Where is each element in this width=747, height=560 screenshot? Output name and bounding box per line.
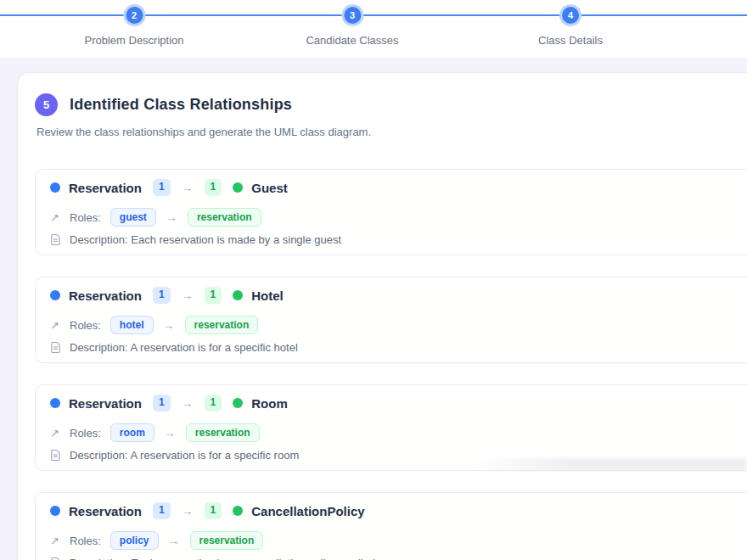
arrow-right-icon: → <box>163 318 175 332</box>
arrow-right-icon: → <box>182 504 194 518</box>
stepper-step-problem-description[interactable]: 2 Problem Description <box>84 7 183 47</box>
source-class-name: Reservation <box>69 504 142 518</box>
document-icon <box>50 341 63 354</box>
arrow-right-icon: → <box>182 288 194 302</box>
page-title: Identified Class Relationships <box>70 96 292 114</box>
roles-label: Roles: <box>70 319 101 332</box>
target-role-badge: reservation <box>185 316 259 334</box>
document-icon <box>50 233 63 246</box>
target-role-badge: reservation <box>188 208 261 227</box>
relationship-description: Description: Each reservation has a canc… <box>70 557 375 560</box>
relationship-title-row: Reservation 1 → 1 Hotel <box>50 285 747 305</box>
target-class-name: CancellationPolicy <box>251 504 364 518</box>
relationship-title-row: Reservation 1 → 1 CancellationPolicy <box>50 501 747 521</box>
source-class-name: Reservation <box>69 396 142 411</box>
source-role-badge: policy <box>110 531 159 550</box>
target-multiplicity-badge: 1 <box>205 179 222 195</box>
source-multiplicity-badge: 1 <box>153 179 171 195</box>
description-row: Description: Each reservation has a canc… <box>50 556 747 560</box>
source-role-badge: room <box>110 423 154 442</box>
step-label: Class Details <box>538 34 603 47</box>
document-icon <box>50 449 63 462</box>
source-multiplicity-badge: 1 <box>153 287 171 303</box>
step-5-badge: 5 <box>35 93 58 116</box>
roles-row: ↗ Roles: guest → reservation <box>50 208 747 227</box>
document-icon <box>50 557 63 560</box>
target-class-name: Hotel <box>251 288 284 303</box>
relationship-description: Description: Each reservation is made by… <box>70 233 341 246</box>
description-row: Description: Each reservation is made by… <box>50 232 747 247</box>
source-class-dot-icon <box>50 182 60 193</box>
arrow-right-icon: → <box>182 181 194 194</box>
step-label: Problem Description <box>84 34 183 47</box>
source-multiplicity-badge: 1 <box>153 502 171 518</box>
description-row: Description: A reservation is for a spec… <box>50 448 747 462</box>
description-row: Description: A reservation is for a spec… <box>50 340 747 355</box>
roles-row: ↗ Roles: room → reservation <box>50 423 747 442</box>
source-multiplicity-badge: 1 <box>153 395 171 411</box>
source-class-dot-icon <box>50 290 60 300</box>
target-class-name: Guest <box>251 181 288 195</box>
source-class-name: Reservation <box>69 181 142 195</box>
target-class-dot-icon <box>233 290 243 300</box>
diagonal-arrow-icon: ↗ <box>50 427 63 440</box>
target-multiplicity-badge: 1 <box>205 395 222 411</box>
stepper-step-candidate-classes[interactable]: 3 Candidate Classes <box>306 7 398 47</box>
target-class-dot-icon <box>233 398 243 408</box>
target-class-name: Room <box>251 396 288 411</box>
roles-row: ↗ Roles: policy → reservation <box>50 531 747 550</box>
arrow-right-icon: → <box>164 426 176 440</box>
arrow-right-icon: → <box>168 534 180 547</box>
source-class-dot-icon <box>50 398 60 408</box>
step-number-circle[interactable]: 4 <box>562 7 579 24</box>
source-class-name: Reservation <box>69 288 142 303</box>
target-class-dot-icon <box>233 506 243 516</box>
panel-header: 5 Identified Class Relationships <box>35 92 747 116</box>
page-subtitle: Review the class relationships and gener… <box>37 126 747 138</box>
source-role-badge: guest <box>110 208 156 227</box>
target-class-dot-icon <box>233 182 243 193</box>
relationship-card-cancellation-policy: Reservation 1 → 1 CancellationPolicy ↗ R… <box>35 492 747 560</box>
roles-row: ↗ Roles: hotel → reservation <box>50 316 747 334</box>
target-multiplicity-badge: 1 <box>205 502 222 518</box>
roles-label: Roles: <box>70 535 101 547</box>
relationship-description: Description: A reservation is for a spec… <box>70 341 298 354</box>
arrow-right-icon: → <box>166 210 177 224</box>
relationship-card-guest: Reservation 1 → 1 Guest ↗ Roles: guest →… <box>35 169 747 255</box>
stepper-step-class-details[interactable]: 4 Class Details <box>538 7 603 47</box>
step-number-circle[interactable]: 3 <box>344 7 361 24</box>
diagonal-arrow-icon: ↗ <box>50 319 63 332</box>
relationship-card-room: Reservation 1 → 1 Room ↗ Roles: room → r… <box>35 384 747 471</box>
relationship-card-hotel: Reservation 1 → 1 Hotel ↗ Roles: hotel →… <box>35 277 747 363</box>
target-role-badge: reservation <box>186 423 260 442</box>
arrow-right-icon: → <box>182 396 194 410</box>
target-multiplicity-badge: 1 <box>205 287 222 303</box>
source-role-badge: hotel <box>110 316 154 334</box>
target-role-badge: reservation <box>190 531 264 550</box>
step-label: Candidate Classes <box>306 34 398 47</box>
relationship-description: Description: A reservation is for a spec… <box>70 449 299 462</box>
diagonal-arrow-icon: ↗ <box>50 211 63 224</box>
roles-label: Roles: <box>70 211 101 224</box>
diagonal-arrow-icon: ↗ <box>50 535 63 547</box>
step-number-circle[interactable]: 2 <box>126 7 143 24</box>
relationship-title-row: Reservation 1 → 1 Guest <box>50 177 747 198</box>
class-relationships-panel: 5 Identified Class Relationships Review … <box>17 72 747 560</box>
wizard-header: 2 Problem Description 3 Candidate Classe… <box>0 0 747 58</box>
relationship-list: Reservation 1 → 1 Guest ↗ Roles: guest →… <box>35 169 747 560</box>
source-class-dot-icon <box>50 506 60 516</box>
roles-label: Roles: <box>70 427 101 440</box>
relationship-title-row: Reservation 1 → 1 Room <box>50 393 747 413</box>
